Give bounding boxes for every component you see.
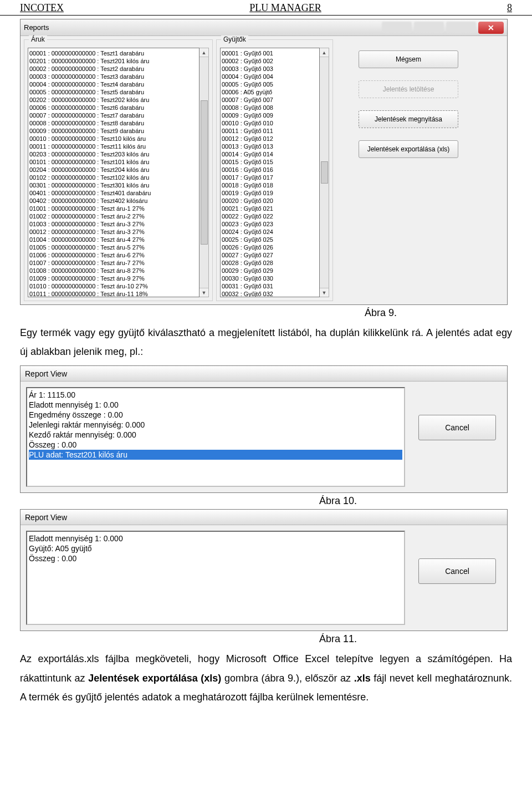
close-icon[interactable]: ✕ bbox=[478, 22, 504, 34]
list-item[interactable]: 00023 : Gyűjtő 023 bbox=[222, 220, 318, 228]
list-item[interactable]: 00402 : 0000000000000 : Teszt402 kilósár… bbox=[29, 197, 198, 205]
list-item[interactable]: 00102 : 0000000000000 : Teszt102 kilós á… bbox=[29, 174, 198, 181]
list-item[interactable]: 00301 : 0000000000000 : Teszt301 kilós á… bbox=[29, 181, 198, 189]
list-item[interactable]: 01005 : 0000000000000 : Teszt áru-5 27% bbox=[29, 243, 198, 251]
list-item[interactable]: 00008 : Gyűjtő 008 bbox=[222, 104, 318, 111]
list-item[interactable]: 00011 : 0000000000000 : Teszt11 kilós ár… bbox=[29, 143, 198, 150]
report-view-1-list[interactable]: Ár 1: 1115.00Eladott mennyiség 1: 0.00En… bbox=[26, 387, 405, 487]
list-item[interactable]: 00012 : Gyűjtő 012 bbox=[222, 135, 318, 143]
list-item[interactable]: 00010 : 0000000000000 : Teszt10 kilós ár… bbox=[29, 135, 198, 143]
list-item[interactable]: Eladott mennyiség 1: 0.000 bbox=[29, 533, 402, 543]
list-item-selected[interactable]: PLU adat: Teszt201 kilós áru bbox=[29, 450, 402, 460]
cancel-button[interactable]: Cancel bbox=[418, 558, 496, 584]
jelentesek-exportalasa-button[interactable]: Jelentések exportálása (xls) bbox=[359, 140, 458, 158]
list-item[interactable]: 01010 : 0000000000000 : Teszt áru-10 27% bbox=[29, 282, 198, 290]
cancel-button[interactable]: Cancel bbox=[418, 415, 496, 440]
list-item[interactable]: 01009 : 0000000000000 : Teszt áru-9 27% bbox=[29, 274, 198, 282]
list-item[interactable]: Eladott mennyiség 1: 0.00 bbox=[29, 400, 402, 410]
list-item[interactable]: 00007 : 0000000000000 : Teszt7 darabáru bbox=[29, 111, 198, 119]
list-item[interactable]: 00024 : Gyűjtő 024 bbox=[222, 228, 318, 236]
list-item[interactable]: 00011 : Gyűjtő 011 bbox=[222, 127, 318, 135]
list-item[interactable]: 00002 : 0000000000000 : Teszt2 darabáru bbox=[29, 65, 198, 73]
list-item[interactable]: 01004 : 0000000000000 : Teszt áru-4 27% bbox=[29, 236, 198, 243]
list-item[interactable]: 00001 : Gyűjtő 001 bbox=[222, 49, 318, 57]
list-item[interactable]: 01002 : 0000000000000 : Teszt áru-2 27% bbox=[29, 212, 198, 220]
list-item[interactable]: 00010 : Gyűjtő 010 bbox=[222, 119, 318, 127]
list-item[interactable]: Engedmény összege : 0.00 bbox=[29, 410, 402, 420]
scroll-down-icon[interactable]: ▼ bbox=[320, 288, 329, 297]
list-item[interactable]: 00401 : 0000000000000 : Teszt401 darabár… bbox=[29, 189, 198, 197]
gyujtok-scrollbar[interactable]: ▲ ▼ bbox=[320, 48, 329, 297]
list-item[interactable]: 00026 : Gyűjtő 026 bbox=[222, 243, 318, 251]
list-item[interactable]: 00004 : Gyűjtő 004 bbox=[222, 73, 318, 80]
list-item[interactable]: Gyüjtő: A05 gyüjtő bbox=[29, 543, 402, 553]
list-item[interactable]: 00021 : Gyűjtő 021 bbox=[222, 205, 318, 212]
list-item[interactable]: 00015 : Gyűjtő 015 bbox=[222, 158, 318, 166]
aruk-scrollbar[interactable]: ▲ ▼ bbox=[200, 48, 209, 297]
list-item[interactable]: 00201 : 0000000000000 : Teszt201 kilós á… bbox=[29, 57, 198, 65]
list-item[interactable]: 00025 : Gyűjtő 025 bbox=[222, 236, 318, 243]
list-item[interactable]: 00019 : Gyűjtő 019 bbox=[222, 189, 318, 197]
scroll-thumb[interactable] bbox=[201, 100, 208, 245]
list-item[interactable]: 01001 : 0000000000000 : Teszt áru-1 27% bbox=[29, 205, 198, 212]
list-item[interactable]: 01006 : 0000000000000 : Teszt áru-6 27% bbox=[29, 251, 198, 259]
list-item[interactable]: 00013 : Gyűjtő 013 bbox=[222, 143, 318, 150]
list-item[interactable]: 00006 : A05 gyüjtő bbox=[222, 88, 318, 96]
aruk-listbox[interactable]: 00001 : 0000000000000 : Teszt1 darabáru0… bbox=[28, 48, 200, 297]
list-item[interactable]: 00007 : Gyűjtő 007 bbox=[222, 96, 318, 104]
list-item[interactable]: 00202 : 0000000000000 : Teszt202 kilós á… bbox=[29, 96, 198, 104]
list-item[interactable]: 00002 : Gyűjtő 002 bbox=[222, 57, 318, 65]
list-item[interactable]: Jelenlegi raktár mennyiség: 0.000 bbox=[29, 420, 402, 430]
list-item[interactable]: 00031 : Gyűjtő 031 bbox=[222, 282, 318, 290]
scroll-thumb[interactable] bbox=[321, 161, 328, 184]
list-item[interactable]: 00005 : Gyűjtő 005 bbox=[222, 80, 318, 88]
list-item[interactable]: 00027 : Gyűjtő 027 bbox=[222, 251, 318, 259]
p2-run-2: gombra (ábra 9.), először az bbox=[224, 673, 354, 684]
scroll-up-icon[interactable]: ▲ bbox=[320, 48, 329, 57]
list-item[interactable]: 00005 : 0000000000000 : Teszt5 darabáru bbox=[29, 88, 198, 96]
list-item[interactable]: 00016 : Gyűjtő 016 bbox=[222, 166, 318, 174]
list-item[interactable]: Kezdő raktár mennyiség: 0.000 bbox=[29, 430, 402, 440]
gyujtok-listbox[interactable]: 00001 : Gyűjtő 00100002 : Gyűjtő 0020000… bbox=[220, 48, 320, 297]
report-view-2-title: Report View bbox=[21, 510, 507, 525]
scroll-down-icon[interactable]: ▼ bbox=[200, 288, 208, 297]
list-item[interactable]: 01008 : 0000000000000 : Teszt áru-8 27% bbox=[29, 267, 198, 274]
list-item[interactable]: 00020 : Gyűjtő 020 bbox=[222, 197, 318, 205]
list-item[interactable]: 00001 : 0000000000000 : Teszt1 darabáru bbox=[29, 49, 198, 57]
list-item[interactable]: 01003 : 0000000000000 : Teszt áru-3 27% bbox=[29, 220, 198, 228]
list-item[interactable]: 00006 : 0000000000000 : Teszt6 darabáru bbox=[29, 104, 198, 111]
list-item[interactable]: 00003 : 0000000000000 : Teszt3 darabáru bbox=[29, 73, 198, 80]
figure-10-caption: Ábra 10. bbox=[319, 495, 357, 507]
jelentesek-megnyitasa-button[interactable]: Jelentések megnyitása bbox=[359, 110, 458, 128]
report-view-1: Report View Ár 1: 1115.00Eladott mennyis… bbox=[20, 365, 508, 493]
list-item[interactable]: 01011 : 0000000000000 : Teszt áru-11 18% bbox=[29, 290, 198, 297]
list-item[interactable]: Összeg : 0.00 bbox=[29, 553, 402, 563]
list-item[interactable]: 00009 : 0000000000000 : Teszt9 darabáru bbox=[29, 127, 198, 135]
list-item[interactable]: 00032 : Gyűjtő 032 bbox=[222, 290, 318, 297]
list-item[interactable]: 00012 : 0000000000000 : Teszt áru-3 27% bbox=[29, 228, 198, 236]
report-view-2-list[interactable]: Eladott mennyiség 1: 0.000Gyüjtő: A05 gy… bbox=[26, 531, 405, 625]
list-item[interactable]: 00004 : 0000000000000 : Teszt4 darabáru bbox=[29, 80, 198, 88]
list-item[interactable]: 01007 : 0000000000000 : Teszt áru-7 27% bbox=[29, 259, 198, 267]
list-item[interactable]: Összeg : 0.00 bbox=[29, 440, 402, 450]
list-item[interactable]: 00017 : Gyűjtő 017 bbox=[222, 174, 318, 181]
list-item[interactable]: 00029 : Gyűjtő 029 bbox=[222, 267, 318, 274]
titlebar-blurred-buttons: ✕ bbox=[382, 22, 504, 34]
reports-titlebar: Reports ✕ bbox=[21, 19, 507, 36]
list-item[interactable]: 00018 : Gyűjtő 018 bbox=[222, 181, 318, 189]
list-item[interactable]: 00028 : Gyűjtő 028 bbox=[222, 259, 318, 267]
list-item[interactable]: 00003 : Gyűjtő 003 bbox=[222, 65, 318, 73]
megsem-button[interactable]: Mégsem bbox=[359, 50, 458, 68]
scroll-up-icon[interactable]: ▲ bbox=[200, 48, 208, 57]
list-item[interactable]: 00009 : Gyűjtő 009 bbox=[222, 111, 318, 119]
titlebar-blur-1 bbox=[382, 22, 412, 33]
list-item[interactable]: 00022 : Gyűjtő 022 bbox=[222, 212, 318, 220]
list-item[interactable]: 00203 : 0000000000000 : Teszt203 kilós á… bbox=[29, 150, 198, 158]
list-item[interactable]: Ár 1: 1115.00 bbox=[29, 390, 402, 400]
list-item[interactable]: 00101 : 0000000000000 : Teszt101 kilós á… bbox=[29, 158, 198, 166]
aruk-group-label: Áruk bbox=[29, 35, 47, 43]
list-item[interactable]: 00014 : Gyűjtő 014 bbox=[222, 150, 318, 158]
list-item[interactable]: 00008 : 0000000000000 : Teszt8 darabáru bbox=[29, 119, 198, 127]
list-item[interactable]: 00030 : Gyűjtő 030 bbox=[222, 274, 318, 282]
list-item[interactable]: 00204 : 0000000000000 : Teszt204 kilós á… bbox=[29, 166, 198, 174]
